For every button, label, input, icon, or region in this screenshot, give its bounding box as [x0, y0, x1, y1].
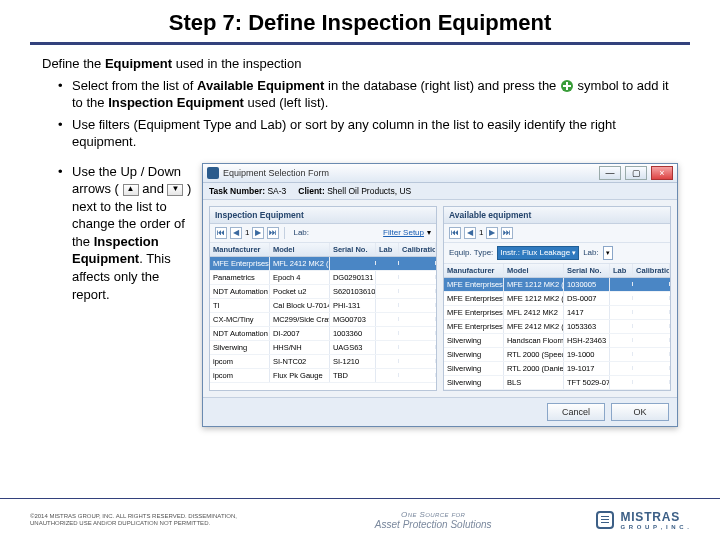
equip-type-dropdown[interactable]: Instr.: Flux Leakage ▾ [497, 246, 579, 260]
intro-block: Define the Equipment used in the inspect… [0, 55, 720, 151]
table-row[interactable]: ipcomFlux Pk GaugeTBD [210, 369, 436, 383]
table-row[interactable]: MFE EnterprisesMFL 2412 MK2 (Monitor) 14… [210, 257, 436, 271]
right-col-0[interactable]: Manufacturer [444, 264, 504, 277]
lab-dropdown[interactable]: ▾ [603, 246, 613, 260]
left-nav-next[interactable]: ▶ [252, 227, 264, 239]
table-cell [376, 345, 399, 349]
table-cell [633, 324, 670, 328]
side-bullet-block: Use the Up / Down arrows ( ▲ and ▼ ) nex… [42, 163, 192, 427]
table-row[interactable]: ipcomSI-NTC02SI-1210 [210, 355, 436, 369]
table-row[interactable]: CX-MC/TinyMC299/Side CrawlerMG00703 [210, 313, 436, 327]
left-col-4[interactable]: Calibration Status [399, 243, 436, 256]
app-window: Equipment Selection Form — ▢ × Task Numb… [202, 163, 678, 427]
right-nav-prev[interactable]: ◀ [464, 227, 476, 239]
table-row[interactable]: NDT AutomationDI-20071003360 [210, 327, 436, 341]
table-cell: MFE Enterprises [210, 257, 270, 270]
right-col-3[interactable]: Lab [610, 264, 633, 277]
table-cell: CX-MC/Tiny [210, 313, 270, 326]
table-row[interactable]: NDT AutomationPocket u2S620103610 [210, 285, 436, 299]
window-minimize-button[interactable]: — [599, 166, 621, 180]
table-cell [633, 296, 670, 300]
right-nav-next[interactable]: ▶ [486, 227, 498, 239]
table-cell: 19-1000 [564, 348, 610, 361]
right-col-2[interactable]: Serial No. [564, 264, 610, 277]
table-cell: ipcom [210, 369, 270, 382]
window-maximize-button[interactable]: ▢ [625, 166, 647, 180]
table-row[interactable]: MFE EnterprisesMFE 2412 MK2 (Monitor)105… [444, 320, 670, 334]
table-cell: Silverwing [444, 362, 504, 375]
left-grid-header: Manufacturer Model Serial No. Lab Calibr… [210, 243, 436, 257]
window-app-icon [207, 167, 219, 179]
table-cell: PHI-131 [330, 299, 376, 312]
left-grid: Manufacturer Model Serial No. Lab Calibr… [210, 243, 436, 383]
left-col-3[interactable]: Lab [376, 243, 399, 256]
intro-text-2: used in the inspection [172, 56, 301, 71]
window-close-button[interactable]: × [651, 166, 673, 180]
right-nav-page: 1 [479, 228, 483, 237]
table-cell: MG00703 [330, 313, 376, 326]
available-equipment-panel: Available equipment ⏮ ◀ 1 ▶ ⏭ Equip. Typ… [443, 206, 671, 391]
table-cell [610, 352, 633, 356]
slide-footer: ©2014 MISTRAS GROUP, INC. ALL RIGHTS RES… [0, 498, 720, 540]
table-row[interactable]: TICal Block U-7014-300PHI-131 [210, 299, 436, 313]
left-nav-first[interactable]: ⏮ [215, 227, 227, 239]
table-cell: MFE 1212 MK2 (Bridge a) [504, 278, 564, 291]
right-nav-bar: ⏮ ◀ 1 ▶ ⏭ [444, 224, 670, 243]
window-title: Equipment Selection Form [223, 168, 595, 178]
right-col-1[interactable]: Model [504, 264, 564, 277]
table-row[interactable]: SilverwingHandscan FloormapHSH-23463 [444, 334, 670, 348]
bullet-2: Use filters (Equipment Type and Lab) or … [58, 116, 678, 151]
left-col-2[interactable]: Serial No. [330, 243, 376, 256]
table-cell: TBD [330, 369, 376, 382]
ok-button[interactable]: OK [611, 403, 669, 421]
right-nav-last[interactable]: ⏭ [501, 227, 513, 239]
table-row[interactable]: SilverwingBLSTFT 5029-0797 [444, 376, 670, 390]
filter-chevron-icon[interactable]: ▾ [427, 228, 431, 237]
table-row[interactable]: SilverwingRTL 2000 (Speedy)19-1000 [444, 348, 670, 362]
left-col-0[interactable]: Manufacturer [210, 243, 270, 256]
table-cell: DI-2007 [270, 327, 330, 340]
left-col-1[interactable]: Model [270, 243, 330, 256]
left-nav-prev[interactable]: ◀ [230, 227, 242, 239]
table-cell: NDT Automation [210, 285, 270, 298]
info-bar: Task Number: SA-3 Client: Shell Oil Prod… [203, 183, 677, 200]
table-cell: MFE Enterprises [444, 292, 504, 305]
table-cell [399, 373, 436, 377]
table-cell: Handscan Floormap [504, 334, 564, 347]
table-row[interactable]: MFE EnterprisesMFE 1212 MK2 (Smoke)DS-00… [444, 292, 670, 306]
table-cell: RTL 2000 (Daniel Lab) [504, 362, 564, 375]
table-cell: 1417 [564, 306, 610, 319]
down-arrow-icon: ▼ [167, 184, 183, 196]
table-cell: MC299/Side Crawler [270, 313, 330, 326]
table-cell [376, 275, 399, 279]
table-row[interactable]: MFE EnterprisesMFL 2412 MK21417 [444, 306, 670, 320]
table-cell [376, 359, 399, 363]
table-cell: ipcom [210, 355, 270, 368]
table-cell: Silverwing [444, 348, 504, 361]
table-cell: Epoch 4 [270, 271, 330, 284]
left-nav-last[interactable]: ⏭ [267, 227, 279, 239]
intro-bold-equipment: Equipment [105, 56, 172, 71]
table-row[interactable]: MFE EnterprisesMFE 1212 MK2 (Bridge a)10… [444, 278, 670, 292]
table-row[interactable]: PanametricsEpoch 4DG0290131 [210, 271, 436, 285]
filter-setup-link[interactable]: Filter Setup [383, 228, 424, 237]
client-label: Client: [298, 186, 324, 196]
cancel-button[interactable]: Cancel [547, 403, 605, 421]
table-row[interactable]: SilverwingHHS/NHUAGS63 [210, 341, 436, 355]
table-cell [610, 282, 633, 286]
table-cell: 1003360 [330, 327, 376, 340]
table-cell: 1030005 [564, 278, 610, 291]
table-cell: Pocket u2 [270, 285, 330, 298]
table-row[interactable]: SilverwingRTL 2000 (Daniel Lab)19-1017 [444, 362, 670, 376]
right-col-4[interactable]: Calibration Status [633, 264, 670, 277]
task-label: Task Number: [209, 186, 265, 196]
bullet-1-a: Select from the list of [72, 78, 197, 93]
right-nav-first[interactable]: ⏮ [449, 227, 461, 239]
table-cell: MFE Enterprises [444, 306, 504, 319]
table-cell: Panametrics [210, 271, 270, 284]
chevron-down-icon: ▾ [572, 249, 576, 257]
table-cell [376, 289, 399, 293]
table-cell [376, 331, 399, 335]
table-cell: Silverwing [444, 334, 504, 347]
table-cell: MFL 2412 MK2 [504, 306, 564, 319]
